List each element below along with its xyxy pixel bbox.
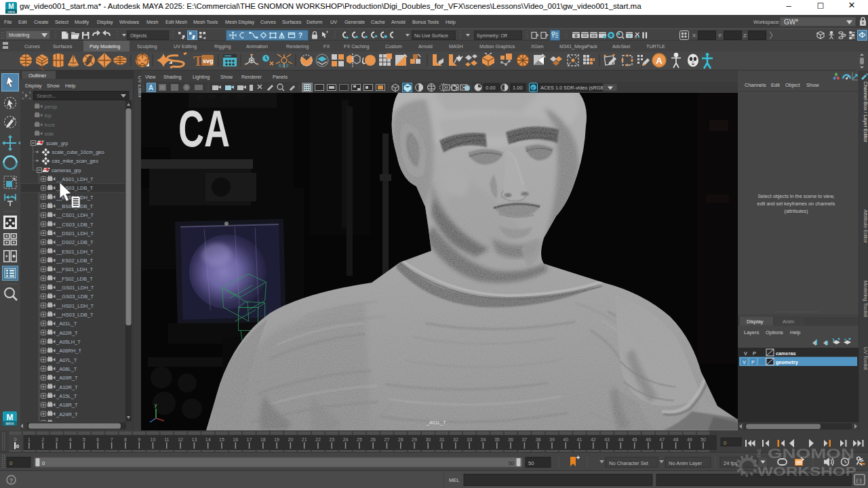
svg-text:P: P	[753, 350, 756, 357]
svg-text:1: 1	[28, 437, 31, 442]
svg-text:47: 47	[659, 437, 665, 442]
svg-text:_A24R_T: _A24R_T	[56, 411, 78, 418]
svg-text:__CS01_LDH_T: __CS01_LDH_T	[56, 212, 94, 218]
svg-text:(attributes): (attributes)	[785, 208, 808, 214]
svg-text:__FS01_LDH_T: __FS01_LDH_T	[56, 266, 94, 272]
svg-text:Search...: Search...	[37, 93, 56, 99]
svg-text:44: 44	[618, 437, 624, 442]
svg-text:edit and set keyframes on chan: edit and set keyframes on channels	[757, 201, 835, 207]
svg-text:Help: Help	[790, 329, 800, 336]
svg-text:41: 41	[577, 437, 583, 442]
svg-text:34: 34	[481, 437, 486, 442]
svg-text:29: 29	[412, 437, 417, 442]
svg-text:27: 27	[384, 437, 390, 442]
svg-text:P: P	[751, 359, 755, 365]
svg-text:__ES02_LDB_T: __ES02_LDB_T	[56, 258, 94, 264]
svg-text:0.00: 0.00	[486, 85, 496, 91]
svg-text:19: 19	[274, 437, 279, 442]
svg-text:_A18R_T: _A18R_T	[56, 402, 78, 408]
svg-text:32: 32	[453, 437, 458, 442]
svg-text:__ES01_LDH_T: __ES01_LDH_T	[56, 249, 94, 255]
svg-text:0: 0	[14, 437, 17, 442]
svg-text:5: 5	[83, 437, 85, 442]
svg-text:37: 37	[521, 437, 527, 442]
svg-text:26: 26	[370, 437, 376, 442]
svg-text:49: 49	[687, 437, 692, 442]
svg-text:1.00: 1.00	[513, 85, 523, 91]
svg-text:__DS01_LDH_T: __DS01_LDH_T	[56, 230, 94, 237]
svg-text:48: 48	[673, 437, 679, 442]
svg-text:__DS02_LDB_T: __DS02_LDB_T	[56, 239, 94, 245]
svg-text:Select objects in the scene to: Select objects in the scene to view,	[757, 193, 834, 199]
svg-text:cas_mike_scan_geo: cas_mike_scan_geo	[52, 158, 98, 164]
svg-text:13: 13	[192, 437, 197, 442]
svg-text:persp: persp	[45, 104, 58, 110]
svg-text:__AS01_LDH_T: __AS01_LDH_T	[56, 176, 94, 182]
svg-text:Outliner: Outliner	[28, 73, 47, 79]
svg-text:15: 15	[219, 437, 224, 442]
svg-text:X:: X:	[692, 33, 697, 39]
svg-text:_A01L_T: _A01L_T	[56, 321, 77, 327]
svg-text:12: 12	[178, 437, 183, 442]
svg-text:?: ?	[9, 477, 13, 484]
svg-text:_A02R_T: _A02R_T	[56, 330, 78, 336]
svg-text:side: side	[45, 131, 54, 137]
svg-text:__HS01_LDH_T: __HS01_LDH_T	[56, 303, 94, 309]
svg-text:_A07L_T: _A07L_T	[56, 357, 77, 363]
svg-text:MAYA: MAYA	[5, 422, 14, 426]
svg-text:0: 0	[16, 443, 20, 449]
svg-text:geometry: geometry	[776, 359, 799, 365]
svg-text:scale_grp: scale_grp	[46, 140, 68, 146]
svg-text:Y:: Y:	[718, 33, 723, 39]
svg-text:_A01L_T: _A01L_T	[426, 420, 446, 426]
svg-text:9: 9	[138, 437, 140, 442]
svg-text:Show: Show	[47, 83, 60, 89]
svg-text:No Character Set: No Character Set	[609, 460, 649, 466]
svg-text:11: 11	[164, 437, 169, 442]
svg-text:43: 43	[604, 437, 610, 442]
svg-text:__GS03_LDB_T: __GS03_LDB_T	[56, 293, 94, 300]
svg-text:A: A	[656, 56, 663, 66]
svg-text:0: 0	[42, 460, 45, 466]
svg-text:_A09R_T: _A09R_T	[56, 375, 78, 381]
svg-text:_A06RH_T: _A06RH_T	[56, 348, 82, 354]
svg-text:Anim: Anim	[783, 319, 794, 325]
svg-text:V: V	[744, 350, 747, 357]
svg-text:Objects: Objects	[130, 33, 147, 39]
svg-text:10: 10	[151, 437, 156, 442]
svg-text:M: M	[7, 413, 14, 422]
svg-text:y: y	[155, 403, 157, 408]
svg-text:3: 3	[56, 437, 58, 442]
svg-text:2: 2	[41, 437, 44, 442]
svg-text:50: 50	[509, 460, 514, 466]
svg-text:23: 23	[329, 437, 334, 442]
svg-text:18: 18	[260, 437, 266, 442]
svg-text:24 fps: 24 fps	[724, 460, 738, 466]
svg-text:Z:: Z:	[743, 33, 748, 39]
svg-text:8: 8	[124, 437, 127, 442]
svg-text:42: 42	[591, 437, 596, 442]
svg-text:No Live Surface: No Live Surface	[414, 33, 448, 38]
svg-text:21: 21	[302, 437, 307, 442]
svg-text:svg: svg	[203, 58, 214, 64]
svg-text:Object: Object	[785, 82, 801, 88]
svg-text:cameras: cameras	[776, 350, 796, 357]
svg-text:40: 40	[563, 437, 568, 442]
svg-text:22: 22	[315, 437, 321, 442]
svg-text:30: 30	[425, 437, 431, 442]
svg-text:Display: Display	[747, 319, 764, 325]
svg-text:50: 50	[701, 437, 706, 442]
svg-text:A: A	[149, 84, 153, 92]
svg-text:17: 17	[247, 437, 252, 442]
svg-text:28: 28	[398, 437, 403, 442]
svg-text:CA: CA	[178, 100, 230, 157]
svg-text:C: C	[532, 86, 535, 90]
svg-text:cameras_grp: cameras_grp	[52, 167, 81, 174]
svg-text:Options: Options	[766, 329, 783, 336]
svg-text:Layers: Layers	[744, 329, 760, 336]
svg-text:MAYA: MAYA	[7, 10, 15, 14]
svg-text:_A15L_T: _A15L_T	[56, 393, 77, 399]
svg-text:20: 20	[288, 437, 294, 442]
svg-text:__GS01_LDH_T: __GS01_LDH_T	[56, 285, 94, 291]
svg-text:31: 31	[439, 437, 445, 442]
